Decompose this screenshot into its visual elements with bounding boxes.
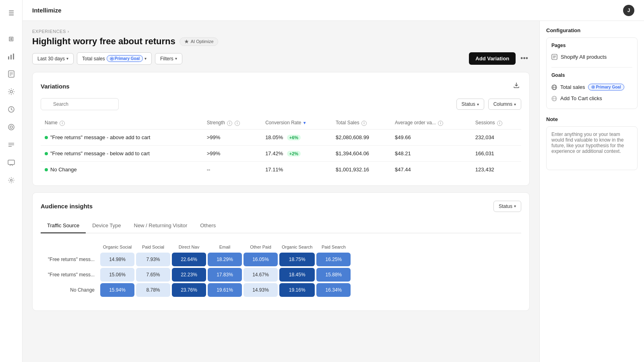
table-row[interactable]: "Free returns" message - below add to ca… — [41, 145, 521, 161]
breadcrumb[interactable]: EXPERIENCES › — [32, 29, 530, 34]
search-input[interactable] — [41, 98, 119, 110]
header-bar: Intellimize J — [23, 0, 644, 21]
goal-selector-button[interactable]: Total sales Primary Goal ▾ — [77, 52, 152, 65]
note-title: Note — [546, 116, 638, 122]
header-left: Intellimize — [32, 7, 62, 14]
sidebar-analytics-icon[interactable] — [4, 49, 19, 64]
heatmap-cell[interactable]: 18.75% — [279, 253, 315, 266]
download-button[interactable] — [512, 80, 521, 92]
avg-info-icon: i — [438, 121, 443, 126]
more-options-button[interactable]: ••• — [519, 53, 530, 64]
ai-badge-label: AI Optimize — [191, 39, 214, 44]
heatmap-cell[interactable]: 7.93% — [136, 253, 170, 266]
configuration-box: Pages Shopify All products Goals Total s… — [546, 37, 638, 109]
heatmap-cell[interactable]: 22.23% — [172, 268, 206, 282]
tab-device-type[interactable]: Device Type — [86, 218, 127, 233]
audience-tabs: Traffic SourceDevice TypeNew / Returning… — [41, 218, 521, 233]
sidebar-pages-icon[interactable] — [4, 67, 19, 81]
var-conversion-cell: 17.42% +2% — [261, 145, 332, 161]
globe-icon — [551, 84, 557, 90]
audience-status-button[interactable]: Status ▾ — [493, 201, 521, 212]
audience-insights-title: Audience insights — [41, 203, 93, 210]
var-conversion-cell: 18.05% +6% — [261, 129, 332, 145]
tab-traffic-source[interactable]: Traffic Source — [41, 218, 86, 233]
heatmap-cell[interactable]: 16.25% — [316, 253, 351, 266]
add-variation-button[interactable]: Add Variation — [469, 52, 516, 65]
heatmap-cell[interactable]: 15.06% — [100, 268, 134, 282]
audience-insights-card: Audience insights Status ▾ Traffic Sourc… — [32, 192, 530, 311]
sidebar-dashboard-icon[interactable]: ⊞ — [4, 31, 19, 46]
note-textarea[interactable] — [551, 132, 632, 164]
var-sessions-cell: 123,432 — [471, 161, 521, 177]
user-avatar[interactable]: J — [623, 5, 634, 16]
heatmap-table: Organic SocialPaid SocialDirect NavEmail… — [41, 241, 352, 298]
svg-rect-0 — [8, 56, 9, 60]
sidebar-experiments-icon[interactable] — [4, 120, 19, 134]
heatmap-cell[interactable]: 23.76% — [172, 283, 206, 297]
primary-goal-tag: Primary Goal — [588, 84, 624, 90]
status-filter-button[interactable]: Status ▾ — [456, 99, 484, 110]
search-wrap: 🔍 — [41, 98, 452, 110]
table-row[interactable]: "Free returns" message - above add to ca… — [41, 129, 521, 145]
conversion-badge: +6% — [287, 135, 301, 140]
sidebar-gear-icon[interactable] — [4, 173, 19, 187]
sidebar-menu-icon[interactable]: ☰ — [4, 6, 19, 20]
page-item: Shopify All products — [551, 51, 632, 62]
breadcrumb-label: EXPERIENCES — [32, 29, 66, 34]
variations-card: Variations 🔍 Status ▾ Columns — [32, 72, 530, 186]
sidebar-segments-icon[interactable] — [4, 138, 19, 152]
heatmap-cell[interactable]: 18.29% — [208, 253, 242, 266]
page-name: Shopify All products — [561, 54, 607, 60]
sidebar-messages-icon[interactable] — [4, 155, 19, 170]
heatmap-cell[interactable]: 15.94% — [100, 283, 134, 297]
heatmap-cell[interactable]: 14.93% — [244, 283, 278, 297]
svg-point-17 — [111, 58, 113, 60]
heatmap-col-header: Direct Nav — [172, 243, 206, 251]
svg-point-9 — [8, 124, 14, 130]
heatmap-cell[interactable]: 18.45% — [279, 268, 315, 282]
heatmap-cell[interactable]: 19.61% — [208, 283, 242, 297]
ai-badge: AI Optimize — [180, 37, 218, 46]
sales-info-icon: i — [361, 121, 367, 126]
shopify-icon — [551, 54, 557, 60]
tab-others[interactable]: Others — [194, 218, 222, 233]
conversion-sort-icon[interactable]: ▼ — [303, 121, 307, 125]
sidebar-settings-icon[interactable] — [4, 84, 19, 99]
sidebar-history-icon[interactable] — [4, 102, 19, 117]
heatmap-cell[interactable]: 16.34% — [316, 283, 351, 297]
heatmap-cell[interactable]: 14.67% — [244, 268, 278, 282]
col-avg-order: Average order va... i — [391, 117, 471, 129]
heatmap-cell[interactable]: 19.16% — [279, 283, 315, 297]
heatmap-cell[interactable]: 8.78% — [136, 283, 170, 297]
cart-icon — [551, 96, 557, 101]
var-sales-cell: $2,080,608.99 — [332, 129, 391, 145]
col-conversion: Conversion Rate ▼ — [261, 117, 332, 129]
heatmap-cell[interactable]: 17.83% — [208, 268, 242, 282]
filters-button[interactable]: Filters ▾ — [155, 53, 182, 64]
heatmap-cell[interactable]: 14.98% — [100, 253, 134, 266]
var-strength-cell: -- — [203, 161, 261, 177]
var-avg-cell: $49.66 — [391, 129, 471, 145]
variations-table: Name i Strength i i Conversion Rate ▼ — [41, 117, 521, 177]
svg-point-10 — [10, 126, 12, 128]
heatmap-cell[interactable]: 16.05% — [244, 253, 278, 266]
var-sales-cell: $1,394,604.06 — [332, 145, 391, 161]
note-section: Note — [546, 116, 638, 170]
status-dot — [45, 136, 48, 139]
pages-label: Pages — [551, 43, 632, 48]
heatmap-cell[interactable]: 15.88% — [316, 268, 351, 282]
heatmap-cell[interactable]: 7.65% — [136, 268, 170, 282]
strength-info-icon: i — [227, 121, 232, 126]
tab-new--returning-visitor[interactable]: New / Returning Visitor — [128, 218, 194, 233]
configuration-title: Configuration — [546, 27, 638, 33]
columns-button[interactable]: Columns ▾ — [488, 99, 521, 110]
table-row[interactable]: No Change -- 17.11% $1,001,932.16 $47.44… — [41, 161, 521, 177]
config-divider — [551, 67, 632, 68]
content-area: EXPERIENCES › Highlight worry free about… — [23, 21, 644, 362]
heatmap-cell[interactable]: 22.64% — [172, 253, 206, 266]
variations-title: Variations — [41, 83, 70, 90]
heatmap-row: "Free returns" mess...14.98%7.93%22.64%1… — [42, 253, 351, 266]
primary-goal-badge: Primary Goal — [107, 55, 143, 62]
date-range-button[interactable]: Last 30 days ▾ — [32, 53, 74, 64]
heatmap-col-header: Paid Social — [136, 243, 170, 251]
